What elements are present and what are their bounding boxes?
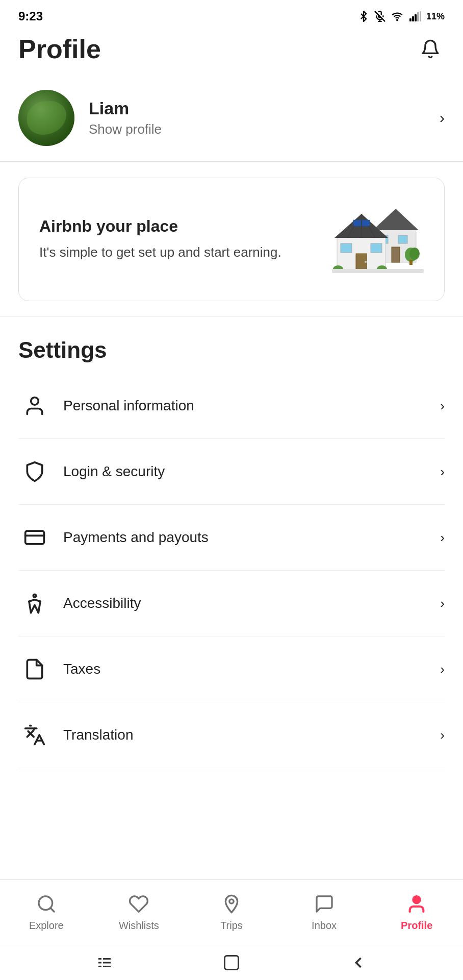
status-bar: 9:23 xyxy=(0,0,463,29)
settings-label: Taxes xyxy=(51,661,440,677)
chevron-icon: › xyxy=(440,727,445,743)
profile-row[interactable]: Liam Show profile › xyxy=(0,75,463,162)
chevron-icon: › xyxy=(440,530,445,546)
settings-label: Translation xyxy=(51,727,440,743)
settings-item-personal-information[interactable]: Personal information › xyxy=(18,373,445,439)
user-name: Liam xyxy=(89,99,440,118)
status-time: 9:23 xyxy=(18,9,43,23)
settings-title: Settings xyxy=(18,337,445,363)
divider-1 xyxy=(0,162,463,162)
airbnb-icon xyxy=(220,892,243,916)
bottom-nav: Explore Wishlists Trips xyxy=(0,879,463,945)
svg-point-31 xyxy=(31,398,39,405)
settings-label: Personal information xyxy=(51,398,440,414)
translation-icon xyxy=(18,719,51,751)
notification-button[interactable] xyxy=(416,35,445,63)
nav-item-trips[interactable]: Trips xyxy=(185,887,278,940)
nav-label-explore: Explore xyxy=(29,920,64,932)
nav-item-explore[interactable]: Explore xyxy=(0,887,93,940)
settings-item-login-security[interactable]: Login & security › xyxy=(18,439,445,505)
svg-rect-12 xyxy=(398,235,407,243)
nav-label-inbox: Inbox xyxy=(312,920,337,932)
settings-item-accessibility[interactable]: Accessibility › xyxy=(18,571,445,636)
android-menu-button[interactable] xyxy=(94,952,115,973)
settings-label: Login & security xyxy=(51,463,440,480)
bottom-nav-wrapper: Explore Wishlists Trips xyxy=(0,879,463,980)
nav-item-profile[interactable]: Profile xyxy=(370,887,463,940)
status-icons: 11% xyxy=(358,11,445,22)
svg-rect-21 xyxy=(341,243,352,253)
android-system-nav xyxy=(0,945,463,980)
host-card-text: Airbnb your place It's simple to get set… xyxy=(39,217,322,261)
avatar xyxy=(18,90,74,146)
svg-rect-8 xyxy=(420,11,421,21)
settings-label: Accessibility xyxy=(51,595,440,611)
chevron-icon: › xyxy=(440,596,445,611)
svg-rect-32 xyxy=(25,531,44,544)
show-profile-link: Show profile xyxy=(89,121,440,137)
shield-icon xyxy=(18,455,51,488)
android-back-button[interactable] xyxy=(348,952,369,973)
svg-rect-22 xyxy=(371,243,382,253)
heart-icon xyxy=(127,892,150,916)
svg-line-36 xyxy=(50,908,54,912)
nav-label-wishlists: Wishlists xyxy=(119,920,159,932)
svg-marker-10 xyxy=(373,209,419,230)
message-icon xyxy=(313,892,336,916)
settings-item-translation[interactable]: Translation › xyxy=(18,702,445,768)
svg-rect-6 xyxy=(415,14,417,21)
status-battery: 11% xyxy=(426,11,445,22)
svg-rect-26 xyxy=(409,260,413,265)
svg-rect-13 xyxy=(392,247,400,262)
chevron-icon: › xyxy=(440,662,445,677)
profile-chevron: › xyxy=(440,109,445,127)
host-card-subtitle: It's simple to get set up and start earn… xyxy=(39,243,322,261)
page-header: Profile xyxy=(0,29,463,75)
chevron-icon: › xyxy=(440,464,445,480)
search-icon xyxy=(35,892,58,916)
svg-rect-4 xyxy=(409,18,411,21)
svg-rect-7 xyxy=(417,12,419,21)
svg-rect-19 xyxy=(353,220,361,226)
svg-rect-5 xyxy=(412,16,414,21)
nav-label-profile: Profile xyxy=(401,920,432,932)
host-card-title: Airbnb your place xyxy=(39,217,322,236)
svg-point-38 xyxy=(414,896,420,903)
settings-list: Personal information › Login & security … xyxy=(18,373,445,768)
chevron-icon: › xyxy=(440,398,445,414)
nav-label-trips: Trips xyxy=(220,920,243,932)
person-icon xyxy=(18,389,51,422)
host-card[interactable]: Airbnb your place It's simple to get set… xyxy=(18,178,445,301)
profile-info: Liam Show profile xyxy=(74,99,440,137)
svg-point-37 xyxy=(229,899,234,903)
nav-item-wishlists[interactable]: Wishlists xyxy=(93,887,186,940)
svg-point-3 xyxy=(397,19,398,20)
android-home-button[interactable] xyxy=(221,952,242,973)
nav-item-inbox[interactable]: Inbox xyxy=(278,887,371,940)
page-title: Profile xyxy=(18,34,101,64)
settings-item-taxes[interactable]: Taxes › xyxy=(18,636,445,702)
svg-point-34 xyxy=(33,595,36,598)
svg-rect-30 xyxy=(332,269,424,273)
profile-nav-icon xyxy=(405,892,428,916)
host-card-image xyxy=(332,199,424,280)
document-icon xyxy=(18,653,51,685)
svg-rect-20 xyxy=(362,220,370,226)
payment-icon xyxy=(18,521,51,554)
settings-label: Payments and payouts xyxy=(51,529,440,546)
svg-rect-45 xyxy=(224,956,238,970)
accessibility-icon xyxy=(18,587,51,620)
svg-point-24 xyxy=(365,261,367,263)
settings-item-payments-payouts[interactable]: Payments and payouts › xyxy=(18,505,445,571)
settings-section: Settings Personal information › xyxy=(0,317,463,778)
svg-point-27 xyxy=(409,248,420,260)
